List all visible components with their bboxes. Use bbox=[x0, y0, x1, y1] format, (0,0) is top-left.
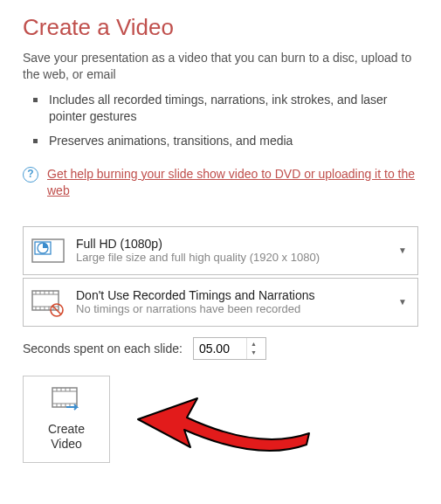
seconds-spinner[interactable]: ▲ ▼ bbox=[193, 337, 266, 360]
create-video-button[interactable]: CreateVideo bbox=[23, 376, 110, 463]
spinner-up[interactable]: ▲ bbox=[247, 340, 260, 349]
timings-sub: No timings or narrations have been recor… bbox=[76, 302, 395, 315]
timings-title: Don't Use Recorded Timings and Narration… bbox=[76, 288, 395, 302]
spinner-down[interactable]: ▼ bbox=[247, 349, 260, 357]
create-video-icon bbox=[51, 386, 82, 415]
timings-icon bbox=[31, 287, 65, 317]
chevron-down-icon: ▼ bbox=[395, 297, 410, 307]
create-video-label: CreateVideo bbox=[48, 422, 85, 452]
feature-list: Includes all recorded timings, narration… bbox=[23, 92, 418, 150]
help-link[interactable]: Get help burning your slide show video t… bbox=[47, 166, 418, 200]
quality-sub: Large file size and full high quality (1… bbox=[76, 251, 395, 264]
feature-item: Includes all recorded timings, narration… bbox=[23, 92, 418, 126]
annotation-arrow bbox=[136, 388, 320, 475]
quality-dropdown[interactable]: Full HD (1080p) Large file size and full… bbox=[23, 226, 418, 275]
seconds-row: Seconds spent on each slide: ▲ ▼ bbox=[23, 337, 418, 360]
timings-dropdown[interactable]: Don't Use Recorded Timings and Narration… bbox=[23, 278, 418, 327]
seconds-label: Seconds spent on each slide: bbox=[23, 342, 183, 356]
help-icon: ? bbox=[23, 167, 38, 183]
seconds-input[interactable] bbox=[194, 338, 246, 359]
intro-text: Save your presentation as a video that y… bbox=[23, 50, 418, 83]
help-row: ? Get help burning your slide show video… bbox=[23, 166, 418, 200]
feature-item: Preserves animations, transitions, and m… bbox=[23, 133, 418, 150]
chevron-down-icon: ▼ bbox=[395, 245, 410, 255]
quality-title: Full HD (1080p) bbox=[76, 237, 395, 251]
svg-rect-17 bbox=[52, 388, 77, 407]
page-title: Create a Video bbox=[23, 14, 418, 41]
quality-icon bbox=[31, 236, 65, 266]
